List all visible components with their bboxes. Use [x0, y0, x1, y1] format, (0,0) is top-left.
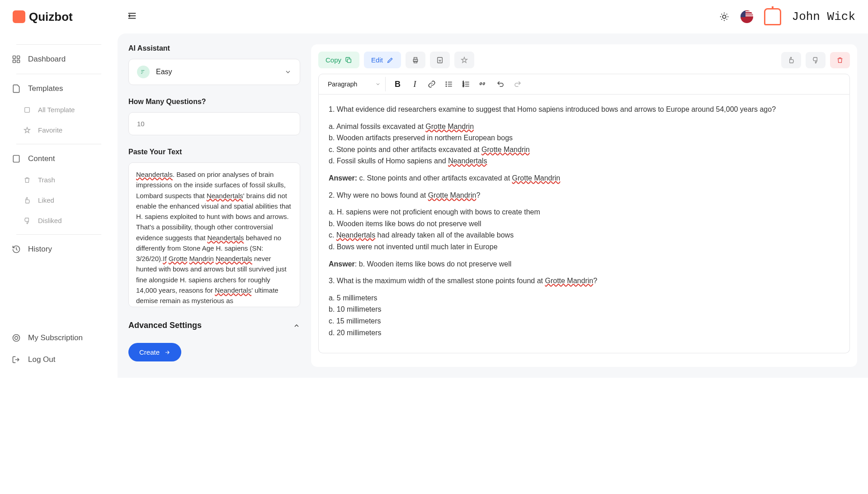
question-count-input[interactable]: [128, 112, 300, 135]
thumbs-down-icon: [24, 217, 31, 224]
svg-rect-2: [17, 56, 20, 59]
thumbs-down-icon: [812, 57, 819, 64]
create-button[interactable]: Create: [128, 343, 181, 361]
sidebar-item-favorite[interactable]: Favorite: [5, 120, 112, 140]
sidebar-label: My Subscription: [28, 333, 83, 342]
create-label: Create: [139, 348, 160, 356]
sidebar-item-logout[interactable]: Log Out: [5, 349, 112, 370]
redo-icon: [514, 80, 522, 88]
logo-icon: [13, 10, 25, 23]
editor-toolbar: Paragraph B I 123: [318, 74, 850, 95]
sidebar-label: Favorite: [38, 126, 62, 134]
question-options: a. H. sapiens were not proficient enough…: [329, 206, 840, 252]
grid-icon: [12, 55, 21, 64]
svg-rect-5: [25, 107, 30, 112]
avatar-icon[interactable]: [764, 8, 781, 25]
printer-icon: [412, 57, 419, 64]
print-button[interactable]: [406, 52, 425, 68]
language-flag-us[interactable]: [741, 10, 753, 23]
like-button[interactable]: [781, 52, 801, 68]
sidebar-item-subscription[interactable]: My Subscription: [5, 327, 112, 349]
svg-rect-1: [13, 56, 16, 59]
difficulty-badge-icon: [137, 66, 150, 78]
chevron-down-icon: [375, 81, 381, 87]
undo-icon: [496, 80, 505, 88]
svg-rect-6: [13, 156, 19, 162]
svg-rect-9: [347, 59, 351, 62]
copy-button[interactable]: Copy: [318, 52, 359, 68]
advanced-settings-toggle[interactable]: Advanced Settings: [128, 316, 300, 335]
sidebar-item-dashboard[interactable]: Dashboard: [5, 48, 112, 70]
question-text: 1. What evidence did researchers examine…: [329, 104, 840, 115]
theme-toggle[interactable]: [719, 11, 730, 22]
brand-logo[interactable]: Quizbot: [13, 10, 73, 24]
chevron-down-icon: [284, 68, 292, 76]
difficulty-select[interactable]: Easy: [128, 59, 300, 85]
svg-point-0: [722, 15, 726, 18]
delete-button[interactable]: [830, 52, 850, 68]
quote-button[interactable]: [475, 76, 491, 92]
brand-name: Quizbot: [29, 10, 73, 24]
sidebar-item-liked[interactable]: Liked: [5, 190, 112, 210]
sidebar-label: All Template: [38, 106, 75, 114]
sidebar-toggle[interactable]: [127, 11, 137, 23]
svg-rect-3: [13, 60, 16, 63]
edit-button[interactable]: Edit: [364, 52, 401, 68]
pencil-icon: [387, 57, 394, 64]
numbered-list-button[interactable]: 123: [458, 76, 474, 92]
history-icon: [12, 245, 21, 254]
trash-icon: [836, 57, 844, 64]
svg-point-8: [15, 337, 18, 340]
favorite-button[interactable]: [454, 52, 474, 68]
trash-icon: [24, 176, 31, 184]
link-icon: [428, 80, 436, 88]
paste-text-input[interactable]: Neandertals. Based on prior analyses of …: [128, 162, 300, 307]
star-icon: [24, 127, 31, 134]
sidebar-item-content[interactable]: Content: [5, 148, 112, 170]
undo-button[interactable]: [492, 76, 509, 92]
copy-icon: [345, 57, 352, 64]
arrow-right-icon: [164, 349, 170, 356]
sidebar-label: Liked: [38, 196, 54, 204]
answer-line: Answer: c. Stone points and other artifa…: [329, 172, 840, 184]
sidebar-item-all-template[interactable]: All Template: [5, 100, 112, 120]
paste-text-label: Paste Your Text: [128, 148, 300, 156]
question-options: a. 5 millimeters b. 10 millimeters c. 15…: [329, 292, 840, 338]
difficulty-value: Easy: [156, 68, 172, 76]
word-icon: W: [436, 57, 443, 64]
stack-icon: [24, 106, 31, 114]
svg-point-15: [446, 82, 447, 83]
sidebar-item-templates[interactable]: Templates: [5, 78, 112, 100]
question-text: 2. Why were no bows found at Grotte Mand…: [329, 190, 840, 201]
dislike-button[interactable]: [806, 52, 826, 68]
editor-content[interactable]: 1. What evidence did researchers examine…: [318, 95, 850, 353]
svg-point-17: [446, 86, 447, 87]
bullet-list-button[interactable]: [441, 76, 457, 92]
sidebar-label: Content: [28, 154, 55, 163]
svg-point-7: [13, 335, 20, 342]
user-name[interactable]: John Wick: [792, 10, 855, 24]
thumbs-up-icon: [788, 57, 795, 64]
answer-line: Answer: b. Wooden items like bows do not…: [329, 258, 840, 270]
sidebar-label: Log Out: [28, 355, 56, 364]
paragraph-format-select[interactable]: Paragraph: [323, 77, 386, 91]
list-icon: [445, 80, 453, 88]
bold-button[interactable]: B: [389, 76, 406, 92]
download-word-button[interactable]: W: [430, 52, 450, 68]
redo-button[interactable]: [509, 76, 526, 92]
advanced-label: Advanced Settings: [128, 321, 202, 330]
sidebar-item-trash[interactable]: Trash: [5, 170, 112, 190]
thumbs-up-icon: [24, 197, 31, 204]
link-button[interactable]: [424, 76, 440, 92]
sidebar-item-history[interactable]: History: [5, 238, 112, 260]
sidebar-item-disliked[interactable]: Disliked: [5, 210, 112, 231]
ordered-list-icon: 123: [462, 80, 470, 88]
ai-assistant-label: AI Assistant: [128, 44, 300, 52]
chevron-up-icon: [293, 322, 300, 329]
italic-button[interactable]: I: [406, 76, 423, 92]
question-options: a. Animal fossils excavated at Grotte Ma…: [329, 121, 840, 167]
svg-text:W: W: [439, 59, 441, 62]
sidebar-label: History: [28, 245, 52, 254]
file-icon: [12, 84, 21, 93]
svg-point-16: [446, 84, 447, 85]
